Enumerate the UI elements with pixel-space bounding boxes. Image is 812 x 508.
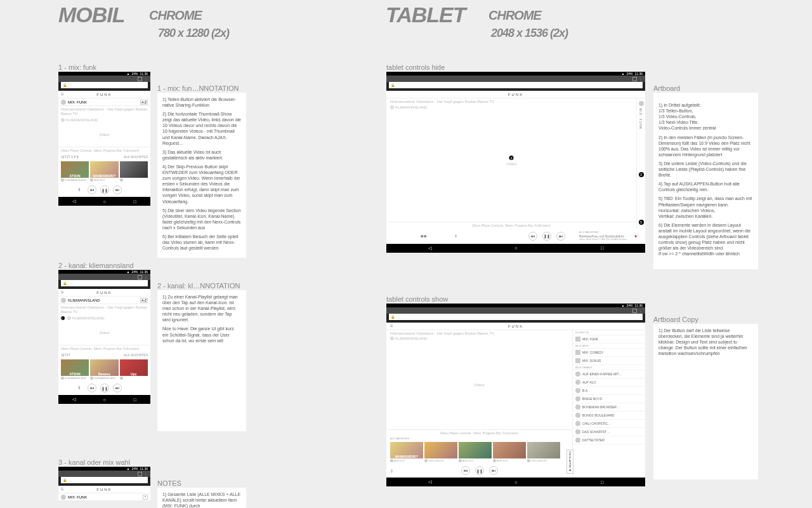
annotation-notes: 1) Gesamte Liste (ALLE MIXES + ALLE KANÄ…: [157, 488, 246, 508]
close-icon[interactable]: ✖: [634, 234, 637, 238]
thumb[interactable]: MANNSWEIB!?AUF KLO: [90, 161, 118, 182]
video-title: Kliemannsland Gladiators - Der Kapf gege…: [58, 106, 150, 117]
side-strip[interactable]: MIX: FUNK 3 5: [636, 98, 645, 229]
badge-3: 3: [639, 172, 644, 177]
list-item[interactable]: AUF KLO: [573, 378, 645, 387]
tablet-thumb-row[interactable]: MANNSWEIB!?AUF KLO YKOLLEKTIV AUF KLO AU…: [386, 441, 572, 464]
list-item[interactable]: AUF EINEN KAFFEE MIT…: [573, 370, 645, 378]
prev-button[interactable]: ⏮: [528, 232, 537, 241]
artboard-label-t1: tablet controls hide: [386, 64, 445, 71]
mix-vertical-label: MIX: FUNK: [639, 108, 643, 130]
mix-dot-icon: [61, 100, 66, 105]
phone-1: ▲ 24% 11:36 ⋮ 🔒 ≡FUNK MIX: FUNKA-Z Kliem…: [58, 72, 150, 206]
list-item[interactable]: DAS SCHAFFST …: [573, 428, 645, 436]
annotation-2: 1) Zu einer Kanal-Playlist gelangt man ü…: [157, 290, 246, 431]
annotation-1: 1) Teilen-Button aktiviert die Browser-n…: [157, 93, 246, 258]
list-item[interactable]: B.A.: [573, 387, 645, 395]
mix-bar[interactable]: MIX: FUNKA-Z: [58, 98, 150, 106]
einklappen-button[interactable]: EIN KLAPPEN ❶: [566, 450, 573, 474]
share-button[interactable]: ⇪: [454, 234, 457, 238]
artboard-label-m2a: 2 - kanal: kl…NNOTATION: [157, 282, 240, 290]
phone-3: ▲ 24% 11:36 ⋮ 🔒 ≡FUNK MIX: FUNK⌃: [58, 467, 150, 501]
annotation-tablet-2: 1) Der Button darf die Liste teilweise ü…: [653, 324, 758, 479]
home-icon[interactable]: ○: [103, 199, 106, 204]
artboard-label-m2: 2 - kanal: kliemannsland: [58, 262, 134, 269]
artboard-label-notes: NOTES: [157, 479, 181, 487]
jetzt-label: JETZT: [61, 155, 70, 159]
app-bar: FUNK: [386, 91, 645, 98]
next-button[interactable]: ⏭: [556, 232, 565, 241]
list-item[interactable]: DATTELTÄTER: [573, 436, 645, 444]
browser-tabs[interactable]: ⋮: [58, 76, 150, 82]
annotation-tablet-1: 1) In Drittel aufgeteilt: 1/3 Teilen-But…: [653, 93, 758, 269]
artboard-label-t2a: Artboard Copy: [653, 316, 698, 323]
tablet-1: ▲ 24% 11:36 ⋮ 🔒 FUNK Kliemannsland Gladi…: [386, 72, 645, 253]
controls-note: {Nexx Player Controls. Silent. Progress …: [386, 222, 636, 229]
pause-button[interactable]: ❚❚: [542, 232, 551, 241]
dim-tablet: 2048 x 1536 (2x): [491, 27, 568, 40]
list-item[interactable]: MIX: COMEDY: [573, 349, 645, 357]
dim-mobil: 780 x 1280 (2x): [158, 27, 229, 40]
recents-icon[interactable]: □: [134, 199, 136, 204]
url-bar[interactable]: 🔒: [61, 82, 148, 88]
control-row: ⇪ ⏮ ❚❚ ⏭: [58, 183, 150, 197]
thumb-row[interactable]: ATSONKLIEMANNSLAND MANNSWEIB!?AUF KLO: [58, 160, 150, 183]
badge-5: 5: [639, 220, 644, 225]
video-area[interactable]: {Video}: [58, 123, 150, 147]
phone-2: ▲ 24% 11:36 ⋮ 🔒 ≡FUNK KLIEMANNSLANDA-Z K…: [58, 270, 150, 404]
hamburger-icon[interactable]: ≡: [61, 91, 64, 97]
artboard-label-t1a: Artboard: [653, 84, 680, 92]
thumb[interactable]: ATSONKLIEMANNSLAND: [61, 161, 89, 182]
next-video-info[interactable]: ALS NÄCHSTESBankkauFrau und Bodybuilderi…: [577, 231, 639, 241]
mix-label: MIX: FUNK: [68, 100, 87, 104]
tablet-2: ▲ 24% 11:36 ⋮ 🔒 ≡FUNK Kliemannsland Glad…: [386, 304, 645, 486]
az-button[interactable]: A-Z: [140, 100, 148, 105]
lock-icon: 🔒: [63, 83, 67, 87]
list-item[interactable]: BONGO BOULEVARD: [573, 411, 645, 420]
artboard-label-m1a: 1 - mix: fun…NNOTATION: [157, 84, 239, 92]
channel-panel[interactable]: DU BIST IN MIX: FUNK ALLE MIXE MIX: COME…: [572, 330, 645, 478]
bottom-controls: ❶ ❷ ⇪ ⏮❚❚⏭ ALS NÄCHSTESBankkauFrau und B…: [386, 229, 645, 244]
video-title: Kliemannsland Gladiators - Der Kapf gege…: [386, 98, 636, 105]
next-label: ALS NÄCHSTES: [124, 155, 148, 159]
channel-row[interactable]: KLIEMANNSLAND: [58, 117, 150, 123]
list-item[interactable]: CHILI CHOPSTIC…: [573, 420, 645, 428]
next-button[interactable]: ⏭: [113, 185, 122, 194]
channel-avatar-icon: [61, 118, 65, 122]
badge-2: 2: [509, 156, 514, 160]
back-icon[interactable]: ◁: [72, 199, 75, 204]
menu-icon[interactable]: ⋮: [144, 77, 148, 81]
tab-count-icon[interactable]: [138, 77, 142, 81]
list-item[interactable]: MIX: FUNK: [573, 335, 645, 344]
share-button[interactable]: ⇪: [75, 185, 84, 194]
app-bar: ≡FUNK: [58, 91, 150, 98]
badge-icon: 1: [61, 316, 65, 320]
artboard-label-m1: 1 - mix: funk: [58, 64, 96, 71]
heading-chrome-mobil: CHROME: [149, 8, 202, 23]
list-item[interactable]: BINGE BOYS: [573, 395, 645, 403]
thumb[interactable]: [120, 161, 148, 182]
heading-mobil: MOBIL: [58, 3, 125, 27]
prev-button[interactable]: ⏮: [88, 185, 96, 194]
pause-button[interactable]: ❚❚: [100, 185, 109, 194]
artboard-label-t2: tablet controls show: [386, 295, 448, 303]
kanal-label: KLIEMANNSLAND: [68, 298, 100, 302]
brand: FUNK: [96, 93, 112, 97]
list-item[interactable]: MIX: DOKUS: [573, 357, 645, 365]
list-item[interactable]: BOHEMIAN BROWSER …: [573, 403, 645, 411]
video-placeholder: {Video}: [506, 162, 516, 166]
android-nav[interactable]: ◁○□: [58, 197, 150, 206]
controls-note: {Nexx Player Controls. Silent. Progress …: [58, 147, 150, 154]
artboard-label-m3: 3 - kanal oder mix wahl: [58, 458, 130, 466]
heading-tablet: TABLET: [386, 3, 466, 27]
heading-chrome-tablet: CHROME: [488, 8, 541, 23]
